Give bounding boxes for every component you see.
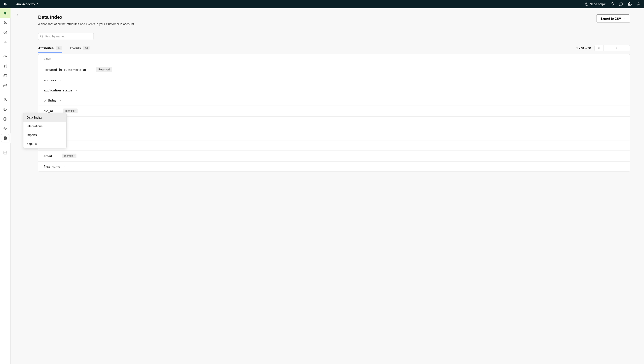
svg-rect-13 bbox=[4, 151, 7, 154]
table-row[interactable]: application_status bbox=[38, 85, 630, 96]
layout-icon bbox=[3, 151, 7, 155]
account-button[interactable] bbox=[636, 2, 640, 6]
app-logo[interactable] bbox=[4, 2, 8, 6]
notifications-button[interactable] bbox=[610, 2, 614, 6]
megaphone-icon bbox=[3, 64, 7, 68]
attribute-name: first_name bbox=[44, 165, 60, 168]
attribute-name: email bbox=[44, 154, 52, 158]
table-row[interactable]: crm_id bbox=[38, 140, 630, 150]
table-row[interactable]: birthday bbox=[38, 96, 630, 106]
database-icon bbox=[3, 136, 7, 140]
search-icon bbox=[40, 34, 43, 38]
chevron-right-icon bbox=[63, 166, 65, 168]
tab-attributes[interactable]: Attributes31 bbox=[38, 46, 62, 53]
secondary-sidebar bbox=[11, 8, 24, 364]
sidebar-item-activity[interactable] bbox=[0, 114, 11, 124]
sidebar-item-analytics[interactable] bbox=[0, 37, 11, 47]
help-link[interactable]: Need help? bbox=[585, 2, 605, 6]
export-label: Export to CSV bbox=[600, 17, 621, 20]
puzzle-icon bbox=[3, 108, 7, 111]
flyout-item-data-index[interactable]: Data Index bbox=[24, 113, 66, 122]
sidebar-item-content[interactable] bbox=[0, 148, 11, 158]
attribute-name: address bbox=[44, 78, 56, 82]
page-controls bbox=[594, 45, 630, 51]
sidebar-item-journeys[interactable] bbox=[0, 52, 11, 61]
table-header-name: NAME bbox=[38, 54, 630, 64]
attribute-name: _created_in_customerio_at bbox=[44, 68, 86, 72]
svg-point-2 bbox=[629, 4, 630, 5]
page-last-button[interactable] bbox=[621, 45, 630, 51]
bell-icon bbox=[610, 2, 614, 6]
expand-sidebar-button[interactable] bbox=[14, 12, 21, 18]
workspace-switcher[interactable]: Ami Academy bbox=[16, 2, 39, 6]
chevron-right-icon bbox=[60, 99, 61, 102]
attribute-name: application_status bbox=[44, 88, 73, 92]
table-row[interactable]: address bbox=[38, 75, 630, 85]
flyout-item-integrations[interactable]: Integrations bbox=[24, 122, 66, 130]
tabs-row: Attributes31Events53 1 – 31 of 31 bbox=[38, 45, 630, 54]
page-first-button[interactable] bbox=[595, 45, 603, 51]
table-row[interactable]: first_name bbox=[38, 162, 630, 172]
table-row[interactable] bbox=[38, 116, 630, 123]
inbox-icon bbox=[3, 83, 7, 87]
sidebar-item-transactional[interactable] bbox=[0, 71, 11, 80]
top-bar-left: Ami Academy bbox=[4, 2, 39, 6]
flyout-item-exports[interactable]: Exports bbox=[24, 139, 66, 148]
leaf-icon bbox=[3, 11, 7, 15]
chevron-first-icon bbox=[598, 47, 600, 50]
chevron-double-right-icon bbox=[16, 13, 19, 16]
chevron-right-icon bbox=[76, 89, 77, 92]
tab-events[interactable]: Events53 bbox=[70, 46, 90, 53]
sidebar-item-broadcasts[interactable] bbox=[0, 61, 11, 71]
search-input[interactable] bbox=[38, 33, 94, 40]
table-row[interactable] bbox=[38, 123, 630, 129]
page-prev-button[interactable] bbox=[603, 45, 612, 51]
sidebar-item-dashboard[interactable] bbox=[0, 28, 11, 37]
top-bar-right: Need help? bbox=[585, 2, 640, 6]
attributes-table: NAME _created_in_customerio_atReservedad… bbox=[38, 54, 630, 172]
sidebar-item-segments[interactable] bbox=[0, 104, 11, 114]
settings-button[interactable] bbox=[628, 2, 632, 6]
help-label: Need help? bbox=[590, 2, 605, 6]
chevron-last-icon bbox=[624, 47, 627, 50]
person-icon bbox=[3, 98, 7, 102]
cross-arrows-icon bbox=[3, 21, 7, 25]
terminal-icon bbox=[3, 74, 7, 78]
chevron-right-icon bbox=[55, 155, 57, 157]
chevron-right-icon bbox=[615, 47, 618, 50]
attribute-name: birthday bbox=[44, 98, 57, 102]
sidebar-item-data[interactable] bbox=[0, 134, 11, 143]
tab-label: Events bbox=[70, 46, 81, 50]
svg-point-14 bbox=[41, 35, 43, 37]
sidebar-item-people[interactable] bbox=[0, 95, 11, 104]
person-circle-icon bbox=[3, 117, 7, 121]
gear-icon bbox=[628, 2, 632, 6]
table-row[interactable]: emailIdentifier bbox=[38, 150, 630, 162]
chat-button[interactable] bbox=[619, 2, 623, 6]
export-csv-button[interactable]: Export to CSV bbox=[596, 14, 630, 23]
attribute-badge: Reserved bbox=[96, 67, 112, 72]
chevron-right-icon bbox=[59, 79, 61, 82]
tabs: Attributes31Events53 bbox=[38, 46, 90, 53]
page-info: 1 – 31 of 31 bbox=[576, 46, 591, 50]
bar-chart-icon bbox=[3, 40, 7, 44]
chat-icon bbox=[619, 2, 623, 6]
sidebar-item-activity-log[interactable] bbox=[0, 124, 11, 134]
table-row[interactable]: Reserved bbox=[38, 129, 630, 140]
svg-point-7 bbox=[6, 56, 7, 57]
svg-point-12 bbox=[4, 137, 7, 138]
page-next-button[interactable] bbox=[612, 45, 621, 51]
sidebar-item-deliveries[interactable] bbox=[0, 80, 11, 90]
primary-sidebar bbox=[0, 8, 11, 364]
table-row[interactable]: cio_idIdentifier bbox=[38, 106, 630, 116]
activity-icon bbox=[3, 127, 7, 130]
table-row[interactable]: _created_in_customerio_atReserved bbox=[38, 64, 630, 75]
chevron-right-icon bbox=[56, 110, 58, 112]
data-submenu-flyout: Data IndexIntegrationsImportsExports bbox=[23, 113, 67, 148]
sidebar-item-home[interactable] bbox=[0, 8, 11, 18]
flyout-item-imports[interactable]: Imports bbox=[24, 130, 66, 139]
svg-point-1 bbox=[587, 5, 587, 5]
tab-label: Attributes bbox=[38, 46, 54, 50]
attribute-badge: Identifier bbox=[63, 108, 78, 113]
sidebar-item-pipelines[interactable] bbox=[0, 18, 11, 28]
